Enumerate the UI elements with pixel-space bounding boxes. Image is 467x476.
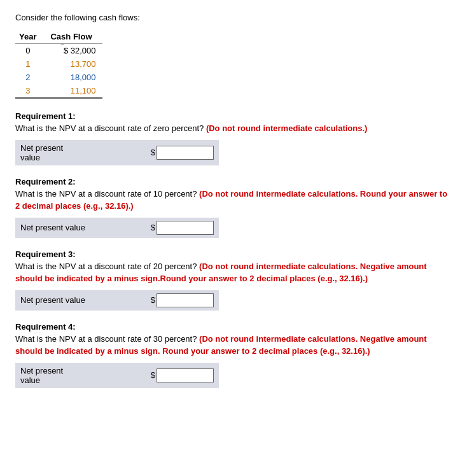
dollar-sign-4: $ [151,370,155,380]
req4-input[interactable] [157,368,214,382]
cashflow-1: 13,700 [46,57,102,71]
req2-title: Requirement 2: [15,177,452,186]
req3-input[interactable] [157,293,214,307]
cashflow-0: ‾$ 32,000 [46,44,102,58]
table-row: 1 13,700 [15,57,102,71]
req4-text: What is the NPV at a discount rate of 30… [15,333,452,358]
req1-text: What is the NPV at a discount rate of ze… [15,122,452,135]
cashflow-2: 18,000 [46,71,102,84]
col-header-year: Year [15,30,46,44]
req2-input-label: Net present value [20,223,151,232]
cash-flow-table: Year Cash Flow 0 ‾$ 32,000 1 13,700 2 18… [15,30,102,99]
req3-input-label: Net present value [20,295,151,305]
req4-title: Requirement 4: [15,322,452,332]
requirement-1: Requirement 1: What is the NPV at a disc… [15,111,452,165]
col-header-cashflow: Cash Flow [46,30,102,44]
table-row: 0 ‾$ 32,000 [15,44,102,58]
req2-text: What is the NPV at a discount rate of 10… [15,188,452,213]
req2-input-row: Net present value $ [15,218,219,238]
req3-title: Requirement 3: [15,249,452,259]
requirement-2: Requirement 2: What is the NPV at a disc… [15,177,452,238]
req1-text-before: What is the NPV at a discount rate of ze… [15,123,206,133]
table-row: 3 11,100 [15,84,102,98]
req1-highlight: (Do not round intermediate calculations.… [206,123,368,133]
req1-input[interactable] [157,146,214,160]
year-2: 2 [15,71,46,84]
req1-input-label: Net present value [20,143,151,162]
req2-input[interactable] [157,221,214,235]
req4-text-before: What is the NPV at a discount rate of 30… [15,334,199,344]
year-0: 0 [15,44,46,58]
year-1: 1 [15,57,46,71]
req4-input-label: Net present value [20,366,151,385]
req1-title: Requirement 1: [15,111,452,121]
cashflow-3: 11,100 [46,84,102,98]
dollar-sign-3: $ [151,295,155,305]
requirement-4: Requirement 4: What is the NPV at a disc… [15,322,452,388]
year-3: 3 [15,84,46,98]
req4-input-row: Net present value $ [15,363,219,388]
intro-text: Consider the following cash flows: [15,13,452,22]
dollar-sign-1: $ [151,148,155,157]
req3-text-before: What is the NPV at a discount rate of 20… [15,262,199,271]
req3-text: What is the NPV at a discount rate of 20… [15,260,452,285]
req2-text-before: What is the NPV at a discount rate of 10… [15,189,199,199]
req1-input-row: Net present value $ [15,140,219,165]
table-row: 2 18,000 [15,71,102,84]
dollar-sign-2: $ [151,223,155,232]
req3-input-row: Net present value $ [15,290,219,311]
requirement-3: Requirement 3: What is the NPV at a disc… [15,249,452,311]
